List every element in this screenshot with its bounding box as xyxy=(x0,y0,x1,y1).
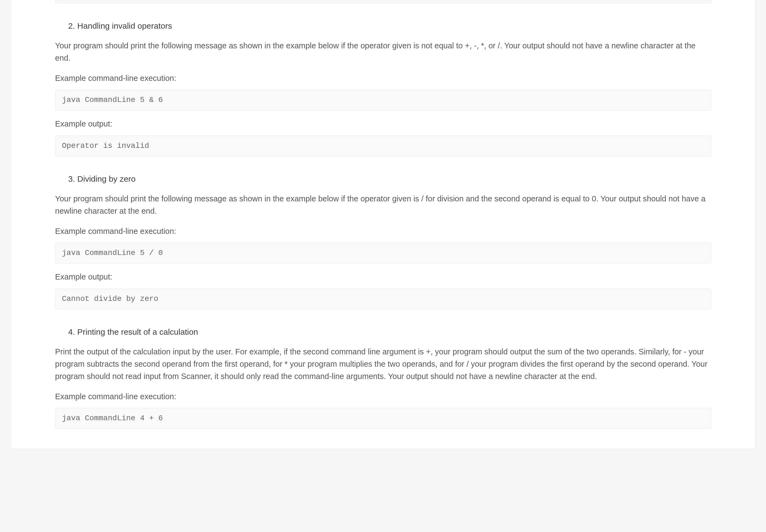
output-label: Example output: xyxy=(55,118,711,130)
section-body: Your program should print the following … xyxy=(55,40,711,64)
code-block-exec: java CommandLine 5 & 6 xyxy=(55,90,711,110)
partial-code-block-top xyxy=(55,0,711,3)
section-heading: 3. Dividing by zero xyxy=(68,173,711,185)
exec-label: Example command-line execution: xyxy=(55,225,711,237)
code-block-output: Operator is invalid xyxy=(55,136,711,156)
document-page: 2. Handling invalid operators Your progr… xyxy=(11,0,755,448)
exec-label: Example command-line execution: xyxy=(55,72,711,84)
code-block-output: Cannot divide by zero xyxy=(55,289,711,309)
section-heading: 4. Printing the result of a calculation xyxy=(68,326,711,338)
code-block-exec: java CommandLine 5 / 0 xyxy=(55,243,711,263)
section-body: Your program should print the following … xyxy=(55,193,711,217)
exec-label: Example command-line execution: xyxy=(55,391,711,403)
code-block-exec: java CommandLine 4 + 6 xyxy=(55,408,711,429)
section-body: Print the output of the calculation inpu… xyxy=(55,346,711,383)
section-heading: 2. Handling invalid operators xyxy=(68,20,711,32)
output-label: Example output: xyxy=(55,271,711,283)
